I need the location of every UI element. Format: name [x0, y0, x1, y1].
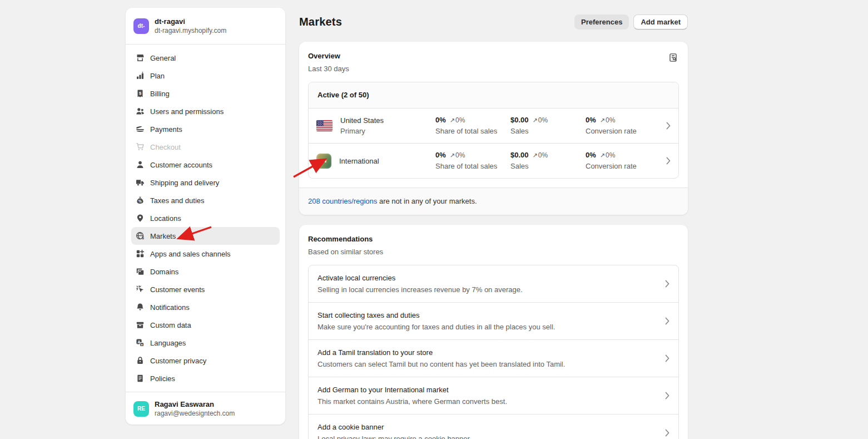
trend-up-icon: ↗	[450, 117, 455, 124]
sidebar-item-label: Users and permissions	[150, 107, 224, 116]
archive-icon	[136, 320, 145, 329]
market-name: United States	[340, 115, 384, 126]
recommendation-add-cookie-banner[interactable]: Add a cookie banner Local privacy laws m…	[309, 414, 678, 439]
settings-sidebar: dt- dt-ragavi dt-ragavi.myshopify.com Ge…	[126, 8, 285, 425]
sidebar-item-shipping-and-delivery[interactable]: Shipping and delivery	[131, 174, 280, 191]
sidebar-item-label: Shipping and delivery	[150, 179, 219, 187]
sidebar-item-label: General	[150, 54, 176, 62]
recommendation-start-collecting-taxes[interactable]: Start collecting taxes and duties Make s…	[309, 302, 678, 339]
overview-card-footer: 208 countries/regions are not in any of …	[299, 188, 688, 215]
sidebar-item-billing[interactable]: $ Billing	[131, 85, 280, 102]
sidebar-item-notifications[interactable]: Notifications	[131, 298, 280, 316]
sidebar-item-label: Taxes and duties	[150, 196, 205, 205]
user-avatar-text: RE	[137, 406, 145, 412]
document-icon	[136, 374, 145, 383]
chevron-right-icon	[665, 392, 669, 399]
sidebar-item-label: Billing	[150, 90, 170, 98]
domains-icon	[136, 267, 145, 276]
recommendations-subtitle: Based on similar stores	[308, 247, 383, 257]
sidebar-item-label: Customer events	[150, 285, 205, 294]
sidebar-item-domains[interactable]: Domains	[131, 263, 280, 280]
chevron-right-icon	[666, 122, 671, 130]
sidebar-item-apps-and-sales-channels[interactable]: Apps and sales channels	[131, 245, 280, 263]
stat-conversion-rate: 0% ↗0% Conversion rate	[586, 150, 661, 171]
market-row-united-states[interactable]: United States Primary 0% ↗0% Share of to…	[309, 108, 678, 143]
recommendation-title: Activate local currencies	[318, 273, 665, 283]
sidebar-item-customer-events[interactable]: Customer events	[131, 280, 280, 298]
recommendation-description: Selling in local currencies increases re…	[318, 284, 665, 295]
sidebar-item-policies[interactable]: Policies	[131, 369, 280, 387]
receipt-icon: $	[136, 89, 145, 98]
stat-delta: 0%	[455, 151, 465, 159]
sidebar-item-label: Customer privacy	[150, 357, 206, 365]
add-market-button[interactable]: Add market	[633, 14, 688, 29]
sidebar-item-plan[interactable]: Plan	[131, 67, 280, 85]
sidebar-item-customer-accounts[interactable]: Customer accounts	[131, 156, 280, 174]
bell-icon	[136, 303, 145, 312]
recommendation-description: Make sure you're accounting for taxes an…	[318, 322, 665, 332]
countries-regions-link[interactable]: 208 countries/regions	[308, 197, 377, 205]
sidebar-item-payments[interactable]: Payments	[131, 120, 280, 138]
stat-sales: $0.00 ↗0% Sales	[510, 115, 586, 136]
preferences-button[interactable]: Preferences	[574, 14, 629, 29]
stat-label: Share of total sales	[435, 126, 510, 136]
sidebar-item-label: Policies	[150, 374, 175, 383]
trend-up-icon: ↗	[600, 152, 605, 159]
recommendation-title: Start collecting taxes and duties	[318, 310, 665, 320]
overview-card-head: Overview Last 30 days	[299, 42, 688, 82]
sidebar-item-languages[interactable]: Aa Languages	[131, 334, 280, 352]
cursor-click-icon	[136, 285, 145, 294]
stat-label: Conversion rate	[586, 126, 661, 136]
sidebar-item-checkout: Checkout	[131, 138, 280, 156]
recommendation-add-german[interactable]: Add German to your International market …	[309, 377, 678, 414]
sidebar-item-users-and-permissions[interactable]: Users and permissions	[131, 102, 280, 120]
stat-value: 0%	[435, 115, 446, 125]
recommendations-card-head: Recommendations Based on similar stores	[299, 225, 688, 265]
recommendation-description: Customers can select Tamil but no conten…	[318, 359, 665, 369]
market-row-international[interactable]: IN International 0% ↗0% Share of total s…	[309, 143, 678, 178]
stat-share-of-total-sales: 0% ↗0% Share of total sales	[435, 115, 510, 136]
recommendation-activate-local-currencies[interactable]: Activate local currencies Selling in loc…	[309, 265, 678, 302]
stat-label: Sales	[510, 126, 586, 136]
globe-icon: $	[136, 231, 145, 240]
sidebar-item-markets[interactable]: $ Markets	[131, 227, 280, 245]
stat-value: 0%	[586, 150, 596, 160]
recommendation-description: Local privacy laws may require a cookie …	[318, 433, 665, 439]
sidebar-item-label: Notifications	[150, 303, 190, 312]
store-domain: dt-ragavi.myshopify.com	[155, 26, 226, 35]
recommendations-card: Recommendations Based on similar stores …	[299, 225, 688, 439]
view-report-button[interactable]	[667, 52, 679, 65]
stat-delta: 0%	[455, 116, 465, 124]
market-name: International	[339, 156, 379, 166]
store-avatar-text: dt-	[138, 23, 145, 29]
bar-chart-icon	[136, 71, 145, 80]
credit-card-icon	[136, 125, 145, 134]
sidebar-item-custom-data[interactable]: Custom data	[131, 316, 280, 334]
stat-value: $0.00	[510, 150, 529, 160]
overview-subtitle: Last 30 days	[308, 64, 349, 74]
sidebar-item-label: Languages	[150, 339, 186, 347]
location-pin-icon	[136, 214, 145, 223]
stat-label: Sales	[510, 161, 586, 171]
store-name: dt-ragavi	[155, 17, 226, 26]
recommendation-add-tamil-translation[interactable]: Add a Tamil translation to your store Cu…	[309, 339, 678, 377]
sidebar-item-locations[interactable]: Locations	[131, 209, 280, 227]
sidebar-item-taxes-and-duties[interactable]: % Taxes and duties	[131, 191, 280, 209]
active-markets-table: Active (2 of 50) United States Primary 0…	[308, 82, 679, 179]
sidebar-item-general[interactable]: General	[131, 49, 280, 67]
cart-icon	[136, 142, 145, 151]
sidebar-item-label: Custom data	[150, 321, 191, 329]
recommendations-list: Activate local currencies Selling in loc…	[308, 265, 679, 439]
stat-value: 0%	[435, 150, 446, 160]
recommendation-title: Add German to your International market	[318, 384, 665, 395]
us-flag-icon	[316, 120, 333, 131]
sidebar-item-label: Payments	[150, 125, 182, 134]
stat-share-of-total-sales: 0% ↗0% Share of total sales	[435, 150, 510, 171]
sidebar-item-label: Domains	[150, 268, 178, 276]
apps-icon	[136, 249, 145, 258]
sidebar-item-customer-privacy[interactable]: Customer privacy	[131, 352, 280, 369]
stat-delta: 0%	[538, 116, 548, 124]
trend-up-icon: ↗	[533, 152, 538, 159]
stat-conversion-rate: 0% ↗0% Conversion rate	[586, 115, 661, 136]
sidebar-item-label: Customer accounts	[150, 161, 212, 169]
